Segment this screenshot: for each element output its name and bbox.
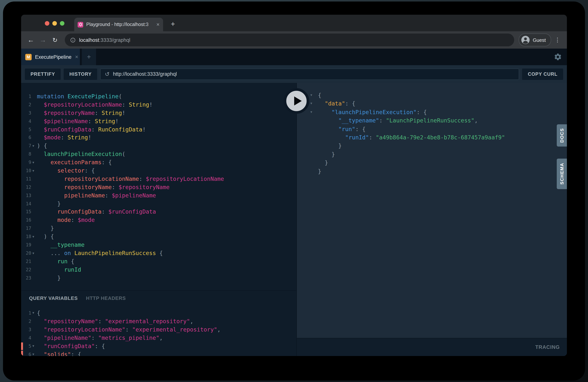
- code-text: $repositoryLocationName: String!: [21, 101, 296, 109]
- code-line: 5 $runConfigData: RunConfigData!: [21, 126, 296, 134]
- zoom-window-button[interactable]: [60, 21, 64, 26]
- minimize-window-button[interactable]: [52, 21, 57, 26]
- execute-button[interactable]: [284, 88, 309, 114]
- code-text: "launchPipelineExecution": {: [297, 108, 567, 117]
- session-tab-close-icon[interactable]: ✕: [75, 55, 78, 59]
- code-text: $pipelineName: String!: [21, 117, 296, 126]
- endpoint-url: http://localhost:3333/graphql: [113, 71, 177, 77]
- tab-close-icon[interactable]: ✕: [156, 22, 160, 26]
- close-window-button[interactable]: [45, 21, 49, 26]
- back-button[interactable]: ←: [26, 36, 36, 44]
- session-tab[interactable]: M ExecutePipeline ✕: [21, 49, 80, 65]
- query-editor[interactable]: 1mutation ExecutePipeline(2 $repositoryL…: [21, 83, 296, 291]
- line-number: 3: [21, 325, 31, 334]
- line-number: 4: [21, 334, 31, 342]
- copy-curl-button[interactable]: COPY CURL: [522, 68, 563, 80]
- code-line: 15 runConfigData: $runConfigData: [21, 208, 296, 216]
- code-line: 3 $repositoryName: String!: [21, 109, 296, 118]
- response-viewer[interactable]: ▼{▼ "data": {▼ "launchPipelineExecution"…: [297, 83, 567, 338]
- line-number: 15: [21, 208, 31, 216]
- code-text: "run": {: [297, 125, 567, 133]
- fold-arrow-icon[interactable]: ▼: [32, 309, 34, 317]
- code-line: 20▼ ... on LaunchPipelineRunSuccess {: [21, 249, 296, 258]
- forward-button[interactable]: →: [38, 36, 48, 44]
- code-text: pipelineName: $pipelineName: [21, 191, 296, 200]
- fold-arrow-icon[interactable]: ▼: [310, 100, 312, 108]
- graphql-playground: M ExecutePipeline ✕ + PRETTIFY HISTORY ↺…: [21, 49, 567, 356]
- line-number: 21: [21, 258, 31, 266]
- line-number: 4: [21, 117, 31, 126]
- history-button[interactable]: HISTORY: [64, 68, 97, 80]
- code-line: ▼ "launchPipelineExecution": {: [297, 108, 567, 117]
- fold-arrow-icon[interactable]: ▼: [32, 233, 34, 241]
- browser-menu-button[interactable]: ⋮: [553, 37, 562, 43]
- code-line: 18▼ ) {: [21, 233, 296, 241]
- fold-arrow-icon[interactable]: ▼: [32, 167, 34, 175]
- code-line: 4 $pipelineName: String!: [21, 117, 296, 126]
- code-text: }: [297, 159, 567, 167]
- reset-endpoint-icon: ↺: [105, 71, 110, 77]
- profile-button[interactable]: Guest: [519, 34, 551, 46]
- code-text: "pipelineName": "metrics_pipeline",: [21, 334, 296, 342]
- line-number: 12: [21, 184, 31, 192]
- code-text: ) {: [21, 142, 296, 150]
- fold-arrow-icon[interactable]: ▼: [32, 249, 34, 258]
- code-text: "solids": {: [21, 350, 296, 356]
- browser-tabstrip: Playground - http://localhost:3 ✕ +: [21, 15, 567, 31]
- browser-tab[interactable]: Playground - http://localhost:3 ✕: [74, 18, 163, 31]
- playground-main: 1mutation ExecutePipeline(2 $repositoryL…: [21, 83, 567, 356]
- gear-icon: [554, 53, 562, 61]
- code-text: $mode: String!: [21, 134, 296, 142]
- code-text: }: [21, 200, 296, 208]
- variables-tabbar: QUERY VARIABLES HTTP HEADERS: [21, 291, 296, 305]
- code-line: 1▼{: [21, 309, 296, 317]
- code-line: 6▼ "solids": {: [21, 350, 296, 356]
- backdrop: Playground - http://localhost:3 ✕ + ← → …: [0, 0, 588, 382]
- docs-side-tab[interactable]: DOCS: [557, 124, 567, 147]
- address-bar[interactable]: localhost:3333/graphql: [65, 34, 514, 46]
- code-text: repositoryLocationName: $repositoryLocat…: [21, 175, 296, 184]
- avatar-icon: [521, 35, 530, 44]
- code-line: 9▼ executionParams: {: [21, 159, 296, 167]
- settings-button[interactable]: [554, 53, 562, 61]
- query-pane: 1mutation ExecutePipeline(2 $repositoryL…: [21, 83, 296, 356]
- code-line: 2 $repositoryLocationName: String!: [21, 101, 296, 109]
- code-text: "runId": "a49b864a-79e2-4be8-b78c-687457…: [297, 133, 567, 142]
- line-number: 18: [21, 233, 31, 241]
- endpoint-input[interactable]: ↺ http://localhost:3333/graphql: [100, 68, 519, 80]
- tracing-label: TRACING: [535, 344, 560, 350]
- browser-window: Playground - http://localhost:3 ✕ + ← → …: [21, 15, 567, 356]
- code-text: __typename: [21, 241, 296, 249]
- new-session-tab-button[interactable]: +: [82, 49, 96, 65]
- new-tab-button[interactable]: +: [168, 19, 178, 29]
- fold-arrow-icon[interactable]: ▼: [310, 108, 312, 117]
- fold-arrow-icon[interactable]: ▼: [310, 91, 312, 100]
- tab-http-headers[interactable]: HTTP HEADERS: [86, 295, 126, 301]
- line-number: 13: [21, 191, 31, 200]
- line-number: 11: [21, 175, 31, 184]
- code-line: 3 "repositoryLocationName": "experimenta…: [21, 325, 296, 334]
- fold-arrow-icon[interactable]: ▼: [32, 159, 34, 167]
- line-number: 17: [21, 225, 31, 233]
- schema-side-tab[interactable]: SCHEMA: [557, 159, 567, 189]
- prettify-button[interactable]: PRETTIFY: [25, 68, 61, 80]
- code-line: 19 __typename: [21, 241, 296, 249]
- code-line: 2 "repositoryName": "experimental_reposi…: [21, 317, 296, 325]
- code-text: {: [297, 91, 567, 100]
- line-number: 5: [21, 342, 31, 350]
- variables-editor[interactable]: 1▼{2 "repositoryName": "experimental_rep…: [21, 305, 296, 356]
- fold-arrow-icon[interactable]: ▼: [32, 342, 34, 350]
- tab-query-variables[interactable]: QUERY VARIABLES: [29, 295, 78, 301]
- line-number: 20: [21, 249, 31, 258]
- code-line: "__typename": "LaunchPipelineRunSuccess"…: [297, 116, 567, 125]
- fold-arrow-icon[interactable]: ▼: [32, 142, 34, 150]
- site-info-icon[interactable]: [70, 37, 76, 43]
- line-number: 9: [21, 159, 31, 167]
- code-line: ▼{: [297, 91, 567, 100]
- fold-arrow-icon[interactable]: ▼: [32, 350, 34, 356]
- code-text: runId: [21, 266, 296, 274]
- tracing-bar[interactable]: TRACING: [297, 338, 567, 356]
- code-line: 1mutation ExecutePipeline(: [21, 93, 296, 101]
- session-tabbar: M ExecutePipeline ✕ +: [21, 49, 567, 65]
- reload-button[interactable]: ↻: [50, 36, 60, 43]
